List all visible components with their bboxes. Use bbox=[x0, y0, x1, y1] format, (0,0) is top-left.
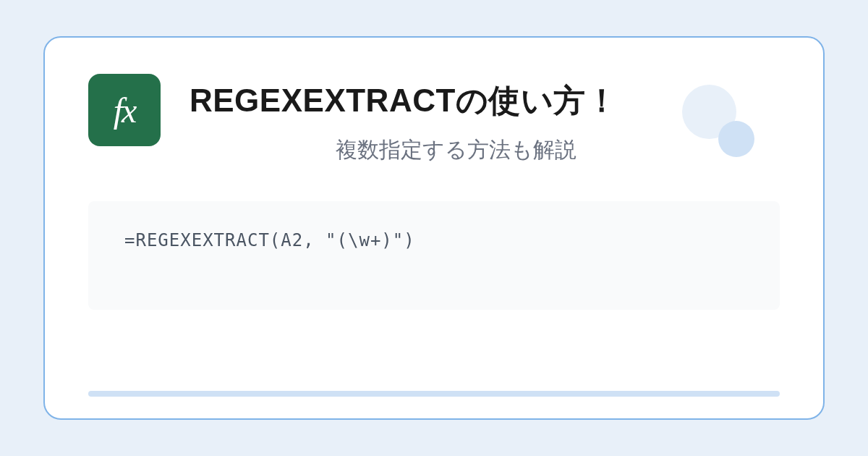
function-icon-label: fx bbox=[114, 90, 136, 130]
code-block: =REGEXEXTRACT(A2, "(\w+)") bbox=[88, 201, 780, 310]
content-card: fx REGEXEXTRACTの使い方！ 複数指定する方法も解説 =REGEXE… bbox=[43, 36, 825, 420]
decorative-bubble-small bbox=[718, 121, 754, 157]
decorative-bottom-bar bbox=[88, 391, 780, 397]
header-row: fx REGEXEXTRACTの使い方！ 複数指定する方法も解説 bbox=[88, 74, 780, 165]
page-subtitle: 複数指定する方法も解説 bbox=[190, 135, 780, 165]
function-icon: fx bbox=[88, 74, 161, 146]
formula-text: =REGEXEXTRACT(A2, "(\w+)") bbox=[124, 230, 415, 250]
